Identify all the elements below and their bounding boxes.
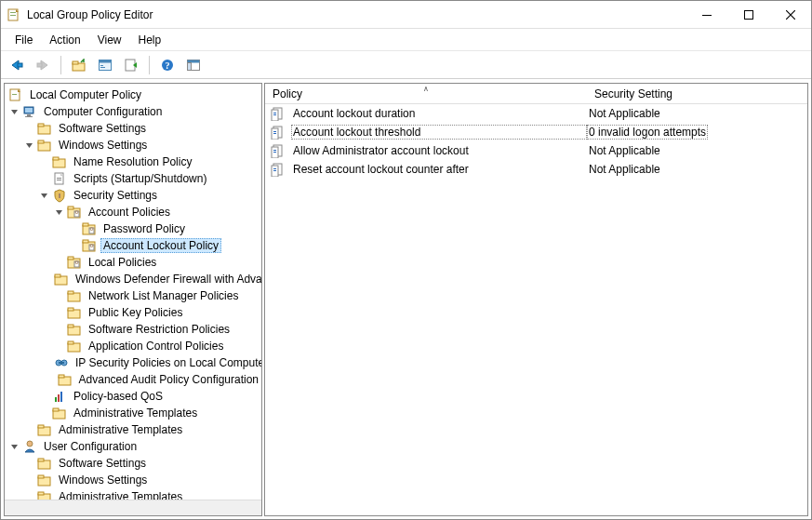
tree-item[interactable]: Windows Settings xyxy=(8,137,261,153)
tree-item[interactable]: Local Policies xyxy=(8,254,261,271)
policy-icon xyxy=(82,238,97,253)
tree-item[interactable]: Software Restriction Policies xyxy=(8,321,261,338)
toolbar-separator xyxy=(60,56,61,74)
tree-item[interactable]: IP Security Policies on Local Computer xyxy=(8,354,261,371)
app-window: Local Group Policy Editor File Action Vi… xyxy=(0,0,812,520)
tree-item[interactable]: Administrative Templates xyxy=(8,421,261,438)
svg-rect-4 xyxy=(744,10,752,19)
tree-item-label: Account Lockout Policy xyxy=(100,238,221,253)
tree-item-label: Name Resolution Policy xyxy=(71,154,194,169)
minimize-button[interactable] xyxy=(686,1,727,28)
policy-list-row[interactable]: Reset account lockout counter afterNot A… xyxy=(265,160,807,179)
tree-item-label: Software Restriction Policies xyxy=(86,322,233,337)
tree-item[interactable]: Public Key Policies xyxy=(8,304,261,321)
tree-item-label: Administrative Templates xyxy=(71,406,200,420)
folder-icon xyxy=(37,473,52,487)
svg-rect-91 xyxy=(273,152,276,153)
svg-rect-28 xyxy=(38,140,44,143)
maximize-button[interactable] xyxy=(727,1,769,28)
policy-icon xyxy=(82,221,97,236)
shield-icon xyxy=(52,188,67,203)
svg-rect-23 xyxy=(27,114,31,116)
tree-pane[interactable]: Local Computer PolicyComputer Configurat… xyxy=(4,83,262,516)
svg-rect-72 xyxy=(38,425,44,428)
tree-item-label: Network List Manager Policies xyxy=(86,288,241,303)
policy-list-row[interactable]: Allow Administrator account lockoutNot A… xyxy=(265,141,807,160)
policy-list-row[interactable]: Account lockout threshold0 invalid logon… xyxy=(265,123,807,141)
svg-rect-68 xyxy=(60,392,62,402)
svg-rect-66 xyxy=(55,397,57,402)
svg-rect-24 xyxy=(25,116,33,117)
menu-action[interactable]: Action xyxy=(41,31,88,49)
svg-rect-87 xyxy=(273,133,276,134)
collapse-icon[interactable] xyxy=(38,189,51,202)
tree-item[interactable]: Software Settings xyxy=(8,455,261,472)
policy-list-row[interactable]: Account lockout durationNot Applicable xyxy=(265,104,807,123)
tree-horizontal-scrollbar[interactable] xyxy=(5,500,261,515)
policy-icon xyxy=(67,205,82,220)
forward-button[interactable] xyxy=(33,55,53,75)
svg-rect-54 xyxy=(68,291,73,294)
menu-view[interactable]: View xyxy=(89,31,130,49)
tree-item-label: Password Policy xyxy=(100,221,188,236)
collapse-icon[interactable] xyxy=(8,105,21,118)
svg-rect-22 xyxy=(25,108,33,113)
title-bar[interactable]: Local Group Policy Editor xyxy=(1,1,811,29)
tree-item-label: Advanced Audit Policy Configuration xyxy=(76,372,261,387)
policy-icon xyxy=(67,255,82,270)
tree-item-label: Computer Configuration xyxy=(41,104,165,119)
collapse-icon[interactable] xyxy=(23,139,36,152)
tree-item[interactable]: Account Policies xyxy=(8,204,261,220)
refresh-button[interactable] xyxy=(121,55,141,75)
tree-item[interactable]: Network List Manager Policies xyxy=(8,287,261,304)
svg-rect-77 xyxy=(38,475,44,478)
back-button[interactable] xyxy=(7,55,27,75)
svg-rect-83 xyxy=(273,114,276,115)
close-button[interactable] xyxy=(769,1,811,28)
svg-rect-60 xyxy=(68,341,73,344)
show-hide-tree-button[interactable] xyxy=(183,55,204,75)
tree-item[interactable]: Software Settings xyxy=(8,120,261,137)
tree-item[interactable]: Scripts (Startup/Shutdown) xyxy=(8,170,261,187)
properties-button[interactable] xyxy=(95,55,115,75)
tree-item[interactable]: Application Control Policies xyxy=(8,338,261,354)
tree-item[interactable]: User Configuration xyxy=(8,438,261,455)
tree-item[interactable]: Password Policy xyxy=(8,220,261,237)
list-pane[interactable]: Policy∧ Security Setting Account lockout… xyxy=(264,83,808,516)
svg-rect-58 xyxy=(68,325,73,327)
svg-rect-63 xyxy=(59,362,64,364)
help-button[interactable]: ? xyxy=(157,55,178,75)
folder-icon xyxy=(52,406,67,420)
folder-icon xyxy=(67,288,82,303)
collapse-icon[interactable] xyxy=(8,440,21,453)
svg-rect-2 xyxy=(10,15,16,16)
policy-item-icon xyxy=(271,143,286,158)
policy-name-cell: Allow Administrator account lockout xyxy=(291,143,587,158)
svg-rect-75 xyxy=(38,459,44,461)
tree-item-label: Account Policies xyxy=(86,205,173,220)
folder-icon xyxy=(58,372,73,387)
tree-item[interactable]: Security Settings xyxy=(8,187,261,204)
tree-item[interactable]: Administrative Templates xyxy=(8,405,261,421)
menu-file[interactable]: File xyxy=(7,31,41,49)
tree-item[interactable]: Windows Settings xyxy=(8,472,261,488)
tree-item-label: Windows Settings xyxy=(56,473,150,487)
up-one-level-button[interactable] xyxy=(69,55,89,75)
collapse-icon[interactable] xyxy=(53,206,66,219)
tree-root-item[interactable]: Local Computer Policy xyxy=(8,87,261,103)
svg-rect-34 xyxy=(59,193,60,198)
menu-help[interactable]: Help xyxy=(130,31,170,49)
list-header[interactable]: Policy∧ Security Setting xyxy=(265,84,807,104)
folder-icon xyxy=(37,138,52,153)
tree-item[interactable]: Name Resolution Policy xyxy=(8,153,261,170)
tree-item-label: Administrative Templates xyxy=(56,422,185,437)
tree-item[interactable]: Windows Defender Firewall with Advanced … xyxy=(8,271,261,287)
tree-item[interactable]: Advanced Audit Policy Configuration xyxy=(8,371,261,388)
svg-text:?: ? xyxy=(166,60,170,71)
tree-item[interactable]: Computer Configuration xyxy=(8,103,261,120)
column-header-security-setting[interactable]: Security Setting xyxy=(587,85,680,103)
svg-rect-32 xyxy=(57,178,61,179)
column-header-policy[interactable]: Policy∧ xyxy=(265,85,587,103)
tree-item[interactable]: Account Lockout Policy xyxy=(8,237,261,254)
tree-item[interactable]: Policy-based QoS xyxy=(8,388,261,405)
